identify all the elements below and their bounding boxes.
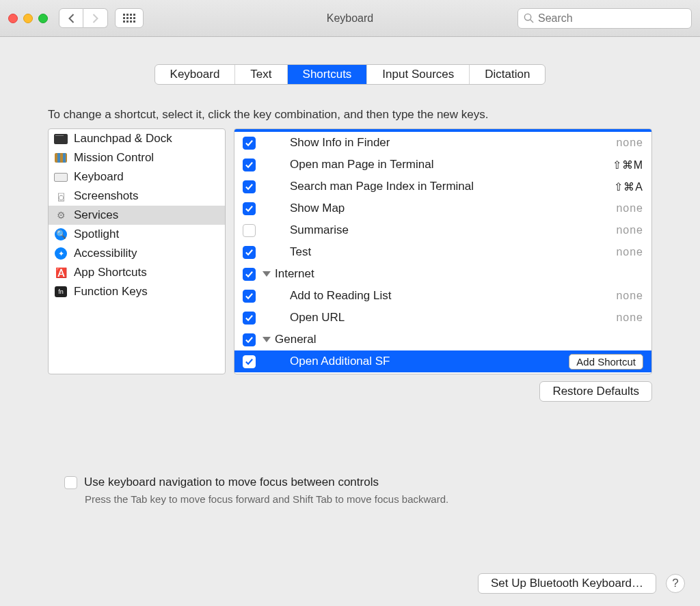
disclosure-triangle-icon[interactable] bbox=[262, 271, 271, 277]
nav-buttons bbox=[59, 8, 108, 28]
svg-rect-10 bbox=[130, 20, 132, 23]
shortcut-row[interactable]: Add to Reading List none bbox=[234, 285, 651, 307]
checkbox[interactable] bbox=[243, 202, 256, 215]
sidebar-item-mission-control[interactable]: Mission Control bbox=[49, 148, 225, 167]
sidebar-item-label: Spotlight bbox=[74, 228, 119, 241]
shortcut-row-selected[interactable]: Open Additional SF Add Shortcut bbox=[234, 350, 651, 372]
add-shortcut-button[interactable]: Add Shortcut bbox=[569, 354, 643, 370]
tab-bar: Keyboard Text Shortcuts Input Sources Di… bbox=[8, 64, 692, 85]
sidebar-item-services[interactable]: ⚙ Services bbox=[49, 206, 225, 225]
shortcut-key: none bbox=[616, 246, 643, 258]
checkbox[interactable] bbox=[243, 268, 256, 281]
sidebar-item-label: Screenshots bbox=[74, 189, 139, 203]
tab-shortcuts[interactable]: Shortcuts bbox=[288, 65, 368, 84]
forward-button[interactable] bbox=[83, 8, 108, 28]
keyboard-nav-checkbox[interactable] bbox=[64, 476, 77, 489]
svg-rect-3 bbox=[133, 14, 135, 16]
checkbox[interactable] bbox=[243, 355, 256, 368]
shortcut-key: none bbox=[616, 290, 643, 302]
sidebar-item-label: Mission Control bbox=[74, 151, 154, 165]
services-icon: ⚙ bbox=[54, 209, 68, 221]
shortcut-row[interactable]: Show Info in Finder none bbox=[234, 132, 651, 154]
disclosure-triangle-icon[interactable] bbox=[262, 337, 271, 342]
instruction-text: To change a shortcut, select it, click t… bbox=[48, 108, 692, 122]
tab-input-sources[interactable]: Input Sources bbox=[367, 65, 470, 84]
bluetooth-keyboard-button[interactable]: Set Up Bluetooth Keyboard… bbox=[478, 573, 656, 594]
checkbox[interactable] bbox=[243, 290, 256, 303]
spotlight-icon: 🔍 bbox=[54, 228, 68, 240]
checkbox[interactable] bbox=[243, 333, 256, 346]
checkbox[interactable] bbox=[243, 312, 256, 325]
shortcut-key: none bbox=[616, 202, 643, 215]
shortcut-label: Open man Page in Terminal bbox=[256, 158, 612, 171]
sidebar-item-label: Launchpad & Dock bbox=[74, 132, 172, 146]
search-field[interactable] bbox=[517, 8, 692, 29]
group-label: Internet bbox=[275, 267, 643, 281]
group-row-internet[interactable]: Internet bbox=[234, 263, 651, 285]
search-icon bbox=[524, 13, 534, 23]
shortcut-label: Open Additional SF bbox=[256, 355, 569, 368]
sidebar-item-accessibility[interactable]: ✦ Accessibility bbox=[49, 244, 225, 263]
shortcut-label: Open URL bbox=[256, 311, 616, 325]
svg-rect-8 bbox=[123, 20, 125, 23]
shortcut-row[interactable]: Search man Page Index in Terminal ⇧⌘A bbox=[234, 176, 651, 197]
svg-rect-6 bbox=[130, 17, 132, 19]
shortcut-key: none bbox=[616, 312, 643, 324]
shortcut-row[interactable]: Show Map none bbox=[234, 197, 651, 219]
show-all-button[interactable] bbox=[115, 8, 144, 28]
svg-rect-1 bbox=[126, 14, 129, 16]
mission-control-icon bbox=[54, 152, 68, 164]
checkbox[interactable] bbox=[243, 159, 256, 171]
keyboard-nav-hint: Press the Tab key to move focus forward … bbox=[85, 493, 692, 505]
function-keys-icon: fn bbox=[54, 286, 68, 298]
shortcut-row[interactable]: Summarise none bbox=[234, 219, 651, 241]
shortcut-row[interactable]: Open URL none bbox=[234, 307, 651, 329]
sidebar-item-screenshots[interactable]: ⌼ Screenshots bbox=[49, 187, 225, 206]
back-button[interactable] bbox=[59, 8, 83, 28]
screenshots-icon: ⌼ bbox=[54, 190, 68, 202]
checkbox[interactable] bbox=[243, 246, 256, 259]
checkbox[interactable] bbox=[243, 180, 256, 193]
accessibility-icon: ✦ bbox=[54, 247, 68, 260]
sidebar-item-keyboard[interactable]: Keyboard bbox=[49, 167, 225, 187]
shortcut-key: ⇧⌘M bbox=[612, 159, 643, 171]
tab-dictation[interactable]: Dictation bbox=[470, 65, 545, 84]
minimize-button[interactable] bbox=[23, 14, 33, 23]
sidebar-item-spotlight[interactable]: 🔍 Spotlight bbox=[49, 225, 225, 244]
app-shortcuts-icon: 🅰️ bbox=[54, 266, 68, 279]
sidebar-item-app-shortcuts[interactable]: 🅰️ App Shortcuts bbox=[49, 263, 225, 282]
window-controls bbox=[8, 14, 48, 23]
category-sidebar: Launchpad & Dock Mission Control Keyboar… bbox=[48, 128, 226, 374]
launchpad-icon bbox=[54, 133, 68, 145]
zoom-button[interactable] bbox=[38, 14, 48, 23]
sidebar-item-launchpad[interactable]: Launchpad & Dock bbox=[49, 129, 225, 148]
group-row-general[interactable]: General bbox=[234, 329, 651, 350]
sidebar-item-function-keys[interactable]: fn Function Keys bbox=[49, 282, 225, 301]
shortcut-label: Search man Page Index in Terminal bbox=[256, 180, 614, 193]
checkbox[interactable] bbox=[243, 224, 256, 237]
svg-rect-4 bbox=[123, 17, 125, 19]
svg-rect-5 bbox=[126, 17, 129, 19]
shortcut-row[interactable]: Test none bbox=[234, 241, 651, 263]
shortcuts-list: Show Info in Finder none Open man Page i… bbox=[234, 128, 652, 374]
svg-rect-2 bbox=[130, 14, 132, 16]
shortcut-label: Show Map bbox=[256, 202, 616, 215]
sidebar-item-label: Services bbox=[74, 208, 118, 222]
shortcut-label: Summarise bbox=[256, 223, 616, 237]
svg-point-12 bbox=[524, 14, 530, 20]
shortcut-label: Test bbox=[256, 245, 616, 259]
svg-rect-9 bbox=[126, 20, 129, 23]
close-button[interactable] bbox=[8, 14, 18, 23]
tab-keyboard[interactable]: Keyboard bbox=[155, 65, 236, 84]
search-input[interactable] bbox=[538, 12, 686, 25]
svg-line-13 bbox=[530, 20, 533, 23]
keyboard-icon bbox=[54, 171, 68, 183]
shortcut-label: Show Info in Finder bbox=[256, 136, 616, 150]
svg-rect-0 bbox=[123, 14, 125, 16]
tab-text[interactable]: Text bbox=[235, 65, 287, 84]
help-button[interactable]: ? bbox=[666, 574, 685, 593]
shortcut-row[interactable]: Open man Page in Terminal ⇧⌘M bbox=[234, 154, 651, 176]
shortcut-key: none bbox=[616, 137, 643, 149]
restore-defaults-button[interactable]: Restore Defaults bbox=[539, 381, 652, 402]
checkbox[interactable] bbox=[243, 137, 256, 150]
